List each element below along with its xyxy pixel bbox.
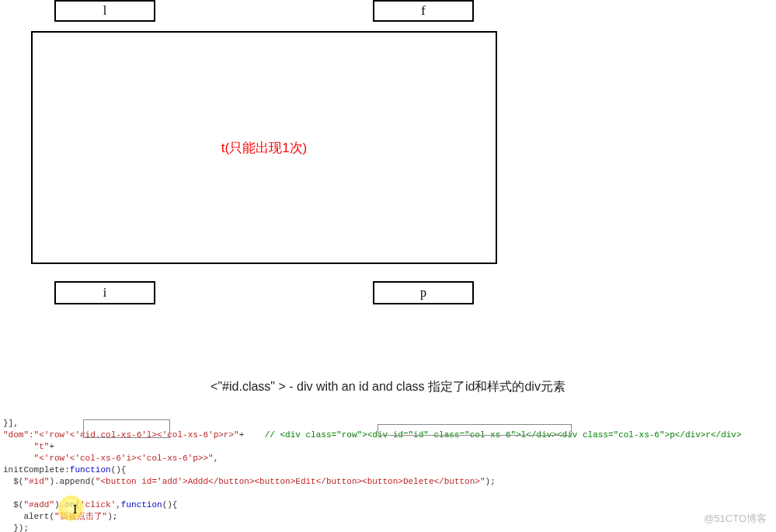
box-l: l: [54, 0, 155, 22]
code-line: );: [107, 512, 117, 521]
code-line: $(: [3, 477, 23, 486]
box-f: f: [373, 0, 474, 22]
code-string: 'click': [80, 500, 116, 509]
code-line: ).append(: [49, 477, 95, 486]
code-line: ,: [214, 454, 219, 463]
code-block: }], "dom":"<'row'<'#id.col-xs-6'l><'col-…: [3, 418, 742, 532]
code-keyword: function: [121, 500, 162, 509]
code-line: $(: [3, 500, 23, 509]
code-line: "t": [34, 442, 50, 451]
code-string: "<button id='add'>Addd</button><button>E…: [96, 477, 485, 486]
code-line: (){: [162, 500, 178, 509]
code-line: (){: [111, 465, 127, 475]
watermark: @51CTO博客: [704, 512, 767, 526]
code-string: "我被点击了": [54, 512, 107, 521]
code-line: +: [239, 430, 245, 440]
box-t: t(只能出现1次): [31, 31, 497, 264]
box-i: i: [54, 281, 155, 304]
caption-text: <"#id.class" > - div with an id and clas…: [0, 379, 776, 395]
code-line: initComplete:: [3, 465, 70, 475]
code-line: "<'row'<'col-xs-6'i><'col-xs-6'p>>": [34, 454, 214, 463]
code-comment: // <div class="row"><div id="id" class="…: [265, 430, 742, 440]
code-line: +: [49, 442, 54, 451]
code-line: );: [485, 477, 496, 486]
code-line: "<'row'<'#id.col-xs-6'l><'col-xs-6'p>r>": [34, 430, 239, 440]
code-string: "#add": [23, 500, 54, 509]
code-line: }],: [3, 419, 19, 428]
code-line: ).on(: [54, 500, 80, 509]
code-line: });: [3, 523, 29, 532]
code-keyword: function: [70, 465, 111, 475]
code-line: "dom":: [3, 430, 34, 440]
code-line: alert(: [3, 512, 54, 521]
code-string: "#id": [23, 477, 49, 486]
box-p: p: [373, 281, 474, 304]
code-line: ,: [116, 500, 121, 509]
